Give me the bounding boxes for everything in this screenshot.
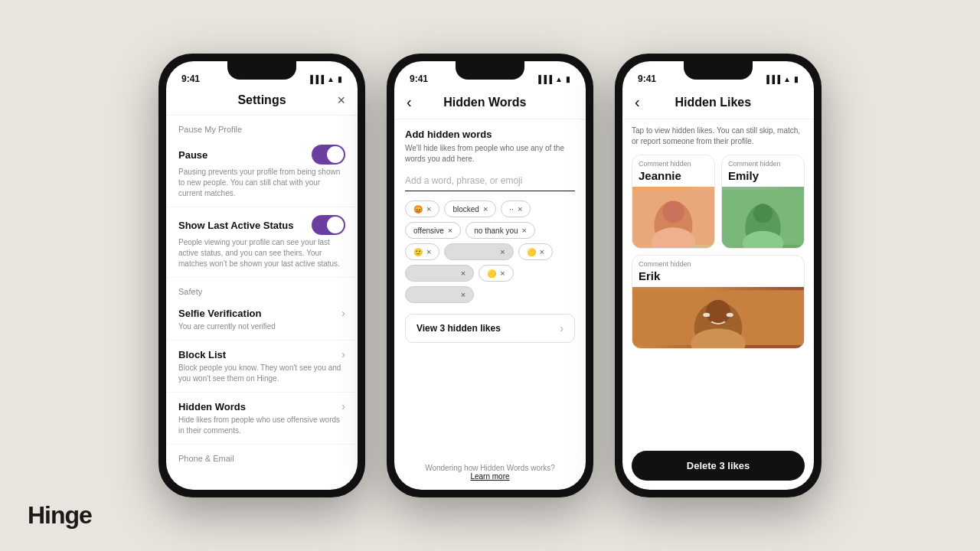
jeannie-photo <box>632 187 714 248</box>
wifi-icon: ▲ <box>327 75 335 83</box>
view-likes-arrow-icon: › <box>560 322 564 334</box>
tag-remove-icon[interactable]: × <box>500 269 505 278</box>
hidden-words-setting[interactable]: Hidden Words › Hide likes from people wh… <box>166 393 358 445</box>
tag-dots-emoji[interactable]: ·· × <box>501 201 531 217</box>
tag-circle-emoji-2[interactable]: 🟡 × <box>479 265 513 282</box>
svg-point-13 <box>727 313 733 317</box>
blocklist-title: Block List <box>178 349 226 360</box>
tag-label: ████████ <box>452 248 496 256</box>
hw-section-title: Add hidden words <box>405 129 575 140</box>
status-icons-1: ▐▐▐ ▲ ▮ <box>308 75 342 83</box>
tag-remove-icon[interactable]: × <box>540 247 544 256</box>
tag-remove-icon[interactable]: × <box>522 226 527 235</box>
tag-label: offensive <box>413 227 444 235</box>
section-label-pause: Pause My Profile <box>166 116 358 137</box>
tag-remove-icon[interactable]: × <box>426 204 431 214</box>
tag-label: blocked <box>452 205 479 214</box>
hidden-words-desc: Hide likes from people who use offensive… <box>178 415 345 436</box>
delete-likes-button[interactable]: Delete 3 likes <box>632 451 805 481</box>
word-input-placeholder: Add a word, phrase, or emoji <box>405 175 522 186</box>
status-time-3: 9:41 <box>638 73 656 84</box>
back-button-hw[interactable]: ‹ <box>407 93 412 111</box>
pause-title: Pause <box>178 149 207 161</box>
hidden-likes-desc: Tap to view hidden likes. You can still … <box>632 126 805 147</box>
tag-label: ████████ <box>413 269 457 278</box>
screen-hidden-words: 9:41 ▐▐▐ ▲ ▮ ‹ Hidden Words Add hidden w… <box>394 61 586 490</box>
learn-more-link[interactable]: Learn more <box>470 472 509 481</box>
show-active-setting: Show Last Active Status People viewing y… <box>166 207 358 278</box>
tag-remove-icon[interactable]: × <box>426 247 431 256</box>
phone-hidden-words: 9:41 ▐▐▐ ▲ ▮ ‹ Hidden Words Add hidden w… <box>387 54 593 497</box>
tags-row2: offensive × no thank you × <box>405 222 575 239</box>
signal-icon: ▐▐▐ <box>308 75 324 83</box>
pause-toggle[interactable] <box>312 145 345 165</box>
section-label-phone: Phone & Email <box>166 445 358 466</box>
blocklist-desc: Block people you know. They won't see yo… <box>178 363 345 384</box>
tag-circle-emoji-1[interactable]: 🟡 × <box>518 243 553 260</box>
view-hidden-likes-button[interactable]: View 3 hidden likes › <box>405 314 575 343</box>
wifi-icon-2: ▲ <box>555 75 563 83</box>
footer-text: Wondering how Hidden Words works? <box>425 464 555 472</box>
settings-title: Settings <box>237 93 286 107</box>
tag-emoji: 😡 <box>413 205 423 214</box>
screen-hidden-likes: 9:41 ▐▐▐ ▲ ▮ ‹ Hidden Likes Tap to view … <box>622 61 814 490</box>
erik-comment-label: Comment hidden <box>632 256 804 269</box>
tag-emoji: 🟡 <box>527 248 536 256</box>
show-active-title: Show Last Active Status <box>178 220 294 231</box>
emily-name: Emily <box>722 169 804 187</box>
hidden-words-title: Hidden Words <box>178 401 246 412</box>
phone-notch <box>227 61 296 80</box>
jeannie-card[interactable]: Comment hidden Jeannie <box>632 155 715 249</box>
tag-remove-icon[interactable]: × <box>500 247 505 256</box>
phone-notch-3 <box>684 61 753 80</box>
hidden-words-arrow: › <box>341 400 345 412</box>
hidden-likes-body: Tap to view hidden likes. You can still … <box>622 119 814 445</box>
pause-desc: Pausing prevents your profile from being… <box>178 167 345 199</box>
tags-container: 😡 × blocked × ·· × <box>405 201 575 217</box>
hw-section-desc: We'll hide likes from people who use any… <box>405 143 575 165</box>
tag-offensive[interactable]: offensive × <box>405 222 461 239</box>
show-active-desc: People viewing your profile can see your… <box>178 237 345 269</box>
status-time-1: 9:41 <box>181 73 200 84</box>
tag-remove-icon[interactable]: × <box>461 290 466 299</box>
show-active-toggle[interactable] <box>312 215 345 235</box>
tag-remove-icon[interactable]: × <box>483 204 488 214</box>
hidden-words-page-title: Hidden Words <box>418 96 552 109</box>
phone-settings: 9:41 ▐▐▐ ▲ ▮ Settings × Pause My Profile… <box>158 54 365 497</box>
selfie-verification-setting[interactable]: Selfie Verification › You are currently … <box>166 299 358 341</box>
emily-card[interactable]: Comment hidden Emily <box>721 155 805 249</box>
hidden-words-body: Add hidden words We'll hide likes from p… <box>394 119 586 458</box>
erik-photo <box>632 287 804 348</box>
hidden-words-footer: Wondering how Hidden Words works? Learn … <box>394 458 586 490</box>
tag-blurred-3[interactable]: ████████ × <box>405 286 474 303</box>
signal-icon-3: ▐▐▐ <box>764 75 780 83</box>
tag-remove-icon[interactable]: × <box>518 204 522 214</box>
tag-blocked[interactable]: blocked × <box>444 201 496 217</box>
hidden-words-header: ‹ Hidden Words <box>394 89 586 119</box>
tag-blurred-1[interactable]: ████████ × <box>444 243 513 260</box>
tag-blurred-2[interactable]: ████████ × <box>405 265 474 282</box>
erik-card[interactable]: Comment hidden Erik <box>632 255 805 349</box>
tags-row3: 🙂 × ████████ × 🟡 × <box>405 243 575 260</box>
tag-remove-icon[interactable]: × <box>461 269 466 278</box>
pause-setting: Pause Pausing prevents your profile from… <box>166 137 358 207</box>
tag-emoji-blurred-1[interactable]: 🙂 × <box>405 243 439 260</box>
battery-icon-3: ▮ <box>794 75 799 83</box>
block-list-setting[interactable]: Block List › Block people you know. They… <box>166 341 358 393</box>
tag-no-thank-you[interactable]: no thank you × <box>466 222 535 239</box>
word-input-area[interactable]: Add a word, phrase, or emoji <box>405 172 575 191</box>
tag-remove-icon[interactable]: × <box>448 226 452 235</box>
back-button-hl[interactable]: ‹ <box>635 93 640 111</box>
svg-point-2 <box>662 201 684 223</box>
selfie-title: Selfie Verification <box>178 308 261 319</box>
erik-name: Erik <box>632 269 804 287</box>
svg-point-10 <box>706 300 730 324</box>
close-button[interactable]: × <box>337 93 345 109</box>
tag-emoji: 🟡 <box>487 269 496 278</box>
hidden-likes-header: ‹ Hidden Likes <box>622 89 814 119</box>
selfie-arrow: › <box>341 307 345 319</box>
tags-row4: ████████ × 🟡 × ████████ × <box>405 265 575 303</box>
phone-hidden-likes: 9:41 ▐▐▐ ▲ ▮ ‹ Hidden Likes Tap to view … <box>615 54 822 497</box>
tag-angry-emoji[interactable]: 😡 × <box>405 201 439 217</box>
blocklist-arrow: › <box>341 348 345 360</box>
